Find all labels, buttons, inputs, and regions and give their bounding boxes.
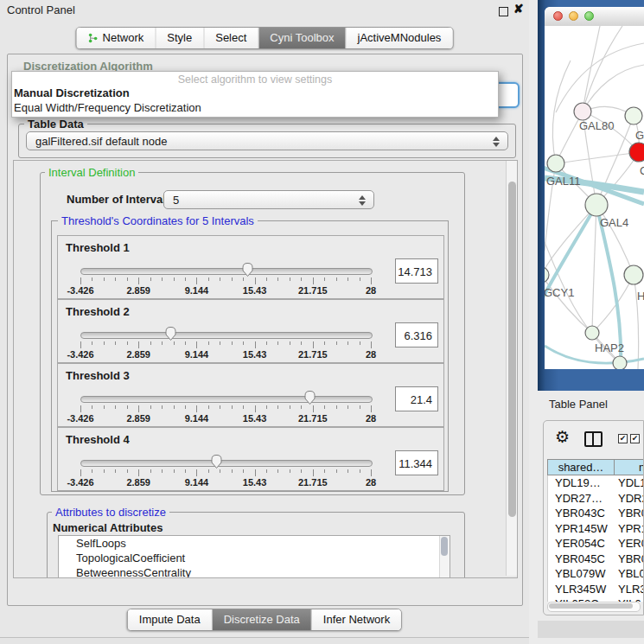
cell-name[interactable]: YBL0 [614,566,644,582]
slider-ticks [80,469,371,477]
thresholds-group-legend: Threshold's Coordinates for 5 Intervals [58,214,258,227]
cell-shared-name[interactable]: YER054C [548,536,614,552]
network-node-hap2[interactable] [585,326,599,340]
cell-name[interactable]: YDL1 [614,475,644,491]
cell-name[interactable]: YBR0 [614,506,644,521]
gear-icon[interactable]: ⚙ [555,428,570,447]
table-row[interactable]: YBR045CYBR0 [548,552,644,567]
algorithm-option-equal-width[interactable]: Equal Width/Frequency Discretization [14,101,201,114]
cell-shared-name[interactable]: YPR145W [548,521,614,537]
tab-label: Network [103,28,144,48]
cell-name[interactable]: YBR0 [614,552,644,567]
slider-track[interactable] [80,268,373,275]
slider-track[interactable] [80,396,373,403]
tab-label: Style [167,28,192,48]
checkbox-checked-icon[interactable]: ✔ [630,434,640,443]
close-traffic-light-icon[interactable] [553,11,563,21]
algorithm-option-manual[interactable]: Manual Discretization [14,86,130,99]
column-header-shared-name[interactable]: shared… [548,460,615,475]
slider-track[interactable] [80,332,373,339]
slider-thumb[interactable] [241,262,254,277]
threshold-4-value-field[interactable]: 11.344 [395,450,438,475]
scale-label: 9.144 [185,413,209,424]
tab-select[interactable]: Select [204,28,258,48]
list-scrollbar-thumb[interactable] [441,537,448,556]
cell-shared-name[interactable]: YBR045C [548,552,614,567]
float-window-icon[interactable] [499,7,508,16]
slider-thumb[interactable] [210,454,223,469]
network-node-partial[interactable] [613,356,627,369]
table-row[interactable]: YLR345WYLR3 [548,582,644,597]
horizontal-scrollbar[interactable] [547,602,641,612]
network-node-gal80[interactable] [574,103,591,120]
minimize-traffic-light-icon[interactable] [569,11,578,21]
network-node-c[interactable] [629,143,644,162]
scale-label: -3.426 [67,413,93,424]
cell-shared-name[interactable]: YBL079W [548,566,614,582]
tab-jactivemnodules[interactable]: jActiveMNodules [347,28,453,48]
network-node-gcy1[interactable] [545,267,549,283]
table-row[interactable]: YBL079WYBL0 [548,566,644,582]
number-of-intervals-combobox[interactable]: 5 [163,190,374,209]
vertical-scrollbar[interactable] [506,161,517,576]
network-view-window: GAL80GACGAL11GAL4GCY1HHAP2 [545,7,644,369]
interval-definition-legend: Interval Definition [45,166,138,179]
table-row[interactable]: YER054CYER0 [548,536,644,552]
slider-track[interactable] [80,460,373,467]
network-node-gal4[interactable] [585,194,608,216]
table-row[interactable]: YPR145WYPR1 [548,521,644,537]
scale-label: 9.144 [185,349,209,360]
scale-label: 21.715 [298,285,328,296]
threshold-3-value-field[interactable]: 21.4 [395,386,438,411]
tab-style[interactable]: Style [156,28,204,48]
column-header-name[interactable]: na [615,460,644,475]
tab-label: Infer Network [323,609,390,630]
list-scrollbar[interactable] [439,536,450,578]
zoom-traffic-light-icon[interactable] [584,11,594,21]
table-row[interactable]: YBR043CYBR0 [548,506,644,521]
vertical-scrollbar-thumb[interactable] [508,182,516,517]
tab-label: Impute Data [139,609,201,630]
horizontal-scrollbar-thumb[interactable] [549,603,633,609]
table-row[interactable]: YDL19…YDL1 [548,475,644,491]
slider-scale-labels: -3.4262.8599.14415.4321.71528 [80,477,371,488]
cell-name[interactable]: YER0 [614,536,644,552]
tab-cyni-toolbox[interactable]: Cyni Toolbox [258,28,346,48]
table-row[interactable]: YDR27…YDR2 [548,491,644,507]
tab-network[interactable]: Network [77,28,156,48]
threshold-1-value-field[interactable]: 14.713 [395,258,438,284]
attribute-item[interactable]: BetweennessCentrality [59,565,450,578]
slider-ticks [80,405,371,413]
attribute-item[interactable]: TopologicalCoefficient [59,551,450,565]
network-node-ga[interactable] [625,107,642,124]
cell-shared-name[interactable]: YBR043C [548,506,614,521]
cell-shared-name[interactable]: YLR345W [548,582,614,597]
control-panel-window: Control Panel ✘ NetworkStyleSelectCyni T… [0,0,530,638]
tab-impute-data[interactable]: Impute Data [128,609,213,630]
status-strip [538,621,644,638]
network-node-gal11[interactable] [547,155,564,172]
cell-name[interactable]: YPR1 [614,521,644,537]
numerical-attributes-list[interactable]: SelfLoopsTopologicalCoefficientBetweenne… [58,535,450,578]
control-panel-titlebar: Control Panel ✘ [0,0,529,21]
cell-shared-name[interactable]: YDL19… [548,475,614,491]
threshold-2-label: Threshold 2 [66,305,130,318]
attribute-item[interactable]: SelfLoops [59,536,450,551]
cell-name[interactable]: YDR2 [614,491,644,507]
slider-thumb[interactable] [303,390,316,405]
tab-discretize-data[interactable]: Discretize Data [213,609,312,630]
table-data-combobox[interactable]: galFiltered.sif default node [26,131,508,150]
network-node-h[interactable] [624,265,643,284]
cell-shared-name[interactable]: YDR27… [548,491,614,507]
threshold-2-value-field[interactable]: 6.316 [395,322,438,348]
slider-thumb[interactable] [164,326,177,341]
split-columns-icon[interactable] [584,431,603,447]
scale-label: 28 [366,413,376,424]
checkbox-checked-icon[interactable]: ✔ [618,434,628,443]
close-icon[interactable]: ✘ [513,2,524,16]
tab-infer-network[interactable]: Infer Network [312,609,401,630]
network-canvas[interactable]: GAL80GACGAL11GAL4GCY1HHAP2 [545,26,644,369]
cell-name[interactable]: YLR3 [614,582,644,597]
numerical-attributes-label: Numerical Attributes [53,521,163,534]
table-data-legend: Table Data [24,118,87,131]
